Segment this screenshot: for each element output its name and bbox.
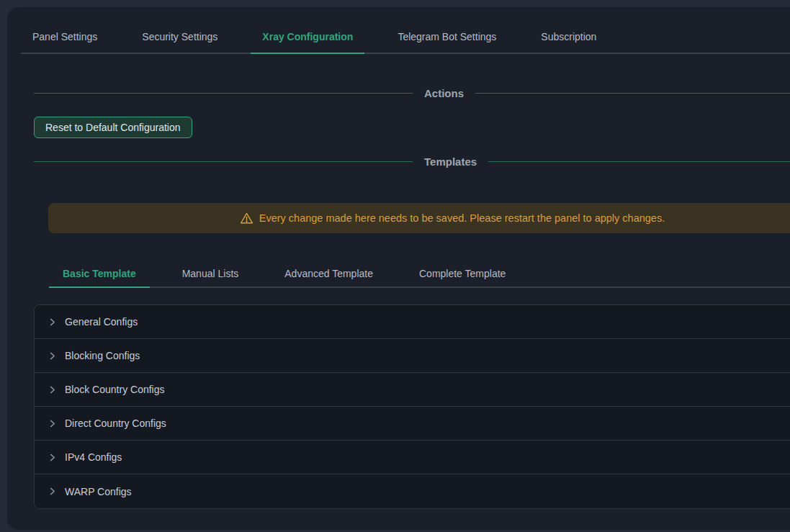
- warning-triangle-icon: [240, 212, 253, 225]
- divider-line: [34, 93, 413, 94]
- warning-text: Every change made here needs to be saved…: [259, 212, 665, 224]
- accordion-item-general-configs[interactable]: General Configs: [35, 305, 790, 339]
- divider-line: [488, 161, 790, 162]
- tab-telegram-bot-settings[interactable]: Telegram Bot Settings: [386, 31, 508, 53]
- tab-security-settings[interactable]: Security Settings: [130, 31, 229, 53]
- reset-to-default-button[interactable]: Reset to Default Configuration: [34, 117, 192, 138]
- chevron-right-icon: [48, 352, 56, 360]
- accordion-item-label: WARP Configs: [65, 486, 132, 497]
- accordion-item-blocking-configs[interactable]: Blocking Configs: [35, 339, 790, 373]
- main-tab-bar: Panel Settings Security Settings Xray Co…: [21, 7, 790, 54]
- config-accordion: General Configs Blocking Configs Block C…: [34, 305, 790, 509]
- chevron-right-icon: [48, 487, 56, 495]
- accordion-item-block-country-configs[interactable]: Block Country Configs: [35, 373, 790, 407]
- accordion-item-warp-configs[interactable]: WARP Configs: [35, 474, 790, 508]
- chevron-right-icon: [48, 454, 56, 461]
- divider-line: [34, 161, 413, 162]
- actions-section-title: Actions: [424, 87, 464, 99]
- accordion-item-label: Direct Country Configs: [65, 418, 166, 429]
- tab-xray-configuration[interactable]: Xray Configuration: [251, 31, 364, 54]
- templates-divider: Templates: [34, 153, 790, 169]
- tab-panel-settings[interactable]: Panel Settings: [21, 31, 109, 53]
- accordion-item-direct-country-configs[interactable]: Direct Country Configs: [35, 407, 790, 441]
- tab-manual-lists[interactable]: Manual Lists: [169, 268, 253, 287]
- templates-section-title: Templates: [424, 155, 477, 168]
- chevron-right-icon: [48, 318, 56, 326]
- accordion-item-label: IPv4 Configs: [65, 451, 122, 463]
- tab-advanced-template[interactable]: Advanced Template: [271, 268, 387, 287]
- template-tab-bar: Basic Template Manual Lists Advanced Tem…: [49, 268, 790, 288]
- accordion-item-label: Blocking Configs: [65, 350, 140, 361]
- tab-complete-template[interactable]: Complete Template: [405, 268, 519, 287]
- tab-subscription[interactable]: Subscription: [529, 31, 608, 53]
- tab-basic-template[interactable]: Basic Template: [49, 268, 150, 288]
- chevron-right-icon: [48, 386, 56, 394]
- divider-line: [475, 93, 790, 94]
- accordion-item-label: Block Country Configs: [65, 384, 165, 395]
- chevron-right-icon: [48, 420, 56, 428]
- actions-divider: Actions: [34, 85, 790, 101]
- settings-card: Panel Settings Security Settings Xray Co…: [7, 7, 790, 530]
- restart-warning-banner: Every change made here needs to be saved…: [48, 203, 790, 233]
- accordion-item-label: General Configs: [65, 316, 138, 328]
- accordion-item-ipv4-configs[interactable]: IPv4 Configs: [35, 441, 790, 474]
